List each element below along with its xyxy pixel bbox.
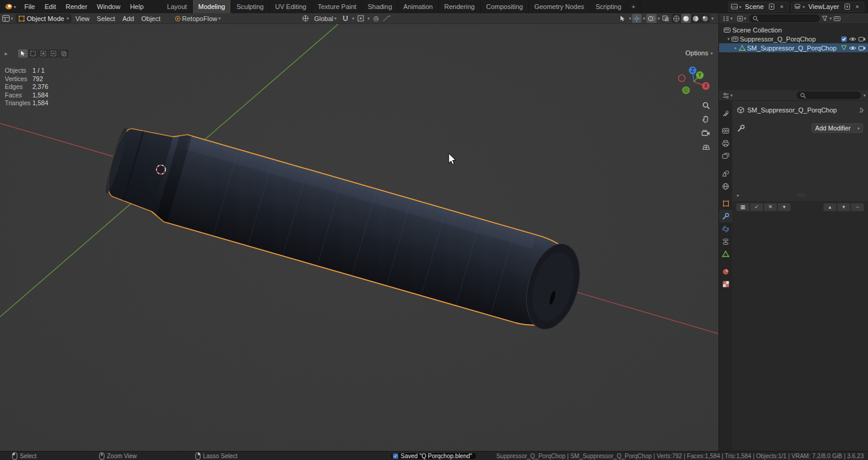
- viewport-3d[interactable]: ▸ Options ▾ Objects: [0, 24, 718, 451]
- add-modifier-dropdown[interactable]: Add Modifier ▾: [812, 123, 863, 133]
- tab-scripting[interactable]: Scripting: [590, 0, 628, 13]
- properties-editor-type-button[interactable]: ▾: [721, 93, 734, 99]
- outliner-search-input[interactable]: [749, 14, 820, 22]
- saved-notification[interactable]: ✓ Saved "Q Porqchop.blend": [390, 452, 477, 460]
- select-mode-subtract-button[interactable]: [49, 49, 58, 58]
- filter-funnel-icon[interactable]: [822, 16, 828, 22]
- falloff-curve-icon[interactable]: [383, 15, 391, 22]
- tab-geometry-nodes[interactable]: Geometry Nodes: [529, 0, 590, 13]
- tab-animation[interactable]: Animation: [398, 0, 439, 13]
- breadcrumb-object-name[interactable]: SM_Suppressor_Q_PorqChop: [747, 106, 837, 114]
- tab-view-layer[interactable]: [719, 150, 732, 162]
- outliner-editor-type-button[interactable]: ▾: [721, 16, 734, 22]
- select-mode-new-button[interactable]: [28, 49, 38, 58]
- collapsed-subpanel-header[interactable]: ▸ ∷∷: [737, 191, 863, 199]
- shading-rendered-button[interactable]: [700, 14, 710, 23]
- select-mode-intersect-button[interactable]: [59, 49, 68, 58]
- tab-world[interactable]: [719, 180, 732, 192]
- menu-file[interactable]: File: [20, 0, 40, 13]
- toolbar-expand-arrow[interactable]: ▸: [5, 51, 8, 57]
- checkbox-icon[interactable]: [841, 36, 847, 42]
- unlink-scene-button[interactable]: ✕: [777, 2, 786, 11]
- tab-object-data[interactable]: [719, 248, 732, 260]
- shading-solid-button[interactable]: [681, 14, 691, 23]
- select-mode-extend-button[interactable]: [38, 49, 48, 58]
- menu-help[interactable]: Help: [125, 0, 148, 13]
- tab-object[interactable]: [719, 197, 732, 210]
- scene-selector[interactable]: ▾ Scene ✕: [728, 2, 789, 12]
- camera-view-icon[interactable]: [700, 128, 711, 138]
- tab-material[interactable]: [719, 265, 732, 278]
- menu-window[interactable]: Window: [92, 0, 125, 13]
- tab-modeling[interactable]: Modeling: [193, 0, 231, 13]
- overlays-toggle[interactable]: [646, 14, 657, 23]
- tab-scene[interactable]: [719, 167, 732, 180]
- tab-output[interactable]: [719, 137, 732, 150]
- tab-texture-paint[interactable]: Texture Paint: [312, 0, 362, 13]
- outliner-display-mode-button[interactable]: ▾: [736, 16, 748, 22]
- menu-edit[interactable]: Edit: [40, 0, 61, 13]
- properties-search-input[interactable]: [797, 91, 861, 99]
- add-workspace-button[interactable]: +: [627, 0, 640, 13]
- menu-view[interactable]: View: [71, 13, 93, 24]
- tab-sculpting[interactable]: Sculpting: [231, 0, 270, 13]
- move-up-button[interactable]: ▴: [823, 203, 837, 212]
- apply-check-button[interactable]: ✓: [750, 203, 763, 212]
- pin-icon[interactable]: [858, 107, 864, 114]
- eye-icon[interactable]: [849, 45, 857, 51]
- expand-caret-icon[interactable]: ▸: [735, 46, 737, 50]
- orientation-dropdown[interactable]: Global ▾: [312, 15, 339, 22]
- zoom-icon[interactable]: [700, 100, 711, 110]
- tab-tool[interactable]: [719, 107, 732, 120]
- tab-modifiers[interactable]: [719, 210, 732, 222]
- menu-render[interactable]: Render: [61, 0, 92, 13]
- outliner-row-object-selected[interactable]: ▸ SM_Suppressor_Q_PorqChop: [719, 43, 868, 52]
- tab-layout[interactable]: Layout: [162, 0, 193, 13]
- menu-select[interactable]: Select: [93, 13, 119, 24]
- tab-shading[interactable]: Shading: [362, 0, 398, 13]
- perspective-grid-icon[interactable]: [700, 142, 711, 152]
- snap-magnet-icon[interactable]: [341, 14, 350, 23]
- mesh-data-badge-icon[interactable]: [841, 45, 847, 51]
- outliner-row-collection[interactable]: ▾ Suppressor_Q_PorqChop: [719, 34, 868, 43]
- caret-down-icon[interactable]: ▾: [830, 16, 832, 20]
- new-scene-button[interactable]: [767, 2, 775, 11]
- new-view-layer-button[interactable]: [843, 2, 851, 11]
- tab-constraints[interactable]: [719, 235, 732, 248]
- camera-restrict-icon[interactable]: [858, 45, 866, 51]
- options-dropdown[interactable]: Options ▾: [685, 49, 712, 57]
- eye-icon[interactable]: [849, 36, 857, 42]
- menu-object[interactable]: Object: [138, 13, 164, 24]
- proportional-editing-button[interactable]: ◎: [371, 14, 381, 23]
- remove-cross-button[interactable]: ✕: [763, 203, 777, 212]
- shading-wireframe-button[interactable]: [672, 14, 681, 23]
- blender-menu-button[interactable]: ▾: [0, 3, 20, 10]
- snap-target-button[interactable]: [356, 14, 366, 23]
- tab-rendering[interactable]: Rendering: [439, 0, 481, 13]
- object-mode-dropdown[interactable]: Object Mode ▾: [16, 14, 72, 23]
- caret-down-icon[interactable]: ▾: [863, 93, 866, 97]
- transform-pivot-icon[interactable]: [300, 14, 310, 23]
- editor-type-button[interactable]: ▾: [0, 15, 16, 22]
- shading-material-button[interactable]: [691, 14, 700, 23]
- caret-down-icon[interactable]: ▾: [629, 16, 631, 20]
- xray-toggle[interactable]: [661, 14, 670, 23]
- gizmos-toggle[interactable]: [632, 14, 642, 23]
- caret-down-icon[interactable]: ▾: [658, 16, 660, 20]
- list-icon-button[interactable]: ▦: [736, 203, 750, 212]
- menu-add[interactable]: Add: [119, 13, 138, 24]
- tab-uv-editing[interactable]: UV Editing: [270, 0, 312, 13]
- menu-retopoflow[interactable]: RetopoFlow ▾: [172, 15, 223, 22]
- tab-compositing[interactable]: Compositing: [481, 0, 529, 13]
- caret-down-icon[interactable]: ▾: [352, 16, 354, 20]
- new-collection-icon[interactable]: [834, 16, 840, 21]
- selectability-dropdown[interactable]: [618, 14, 628, 23]
- move-down-button[interactable]: ▾: [837, 203, 851, 212]
- select-mode-tweak-button[interactable]: [18, 49, 28, 58]
- collapse-caret-icon[interactable]: ▾: [727, 37, 730, 41]
- dropdown-caret-button[interactable]: ▾: [777, 203, 791, 212]
- navigation-gizmo[interactable]: Z Y X: [674, 60, 715, 97]
- caret-down-icon[interactable]: ▾: [643, 16, 645, 20]
- caret-down-icon[interactable]: ▾: [368, 16, 370, 20]
- camera-restrict-icon[interactable]: [858, 36, 866, 41]
